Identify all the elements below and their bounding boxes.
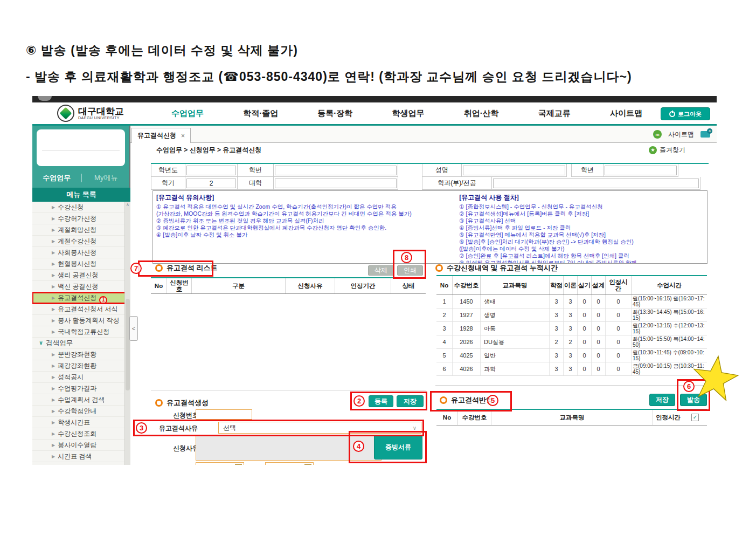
scroll-up-icon[interactable]: ∧ — [125, 202, 130, 208]
college-input[interactable] — [275, 179, 397, 188]
nav-item[interactable]: 학적·졸업 — [239, 108, 282, 119]
nav-item[interactable]: 등록·장학 — [313, 108, 357, 119]
column-header: 구분 — [192, 278, 286, 293]
apply-section-title: 유고결석반영 — [440, 395, 493, 405]
year-label: 학년도 — [151, 164, 185, 177]
table-row[interactable]: 3 1928 아동 3 3 0 0 0 월(12:00~13:15) 수(12:… — [436, 322, 707, 335]
sitemap-label[interactable]: 사이트맵 — [668, 130, 694, 139]
close-all-windows-icon[interactable] — [700, 131, 710, 138]
notice-line: ④ [발송]이후 날짜 수정 및 취소 불가 — [156, 231, 453, 238]
term-field-cell — [185, 177, 238, 190]
sidebar-menu-item[interactable]: ▶학생시간표 — [32, 417, 130, 428]
sidebar-collapse-handle[interactable]: < — [129, 316, 138, 341]
sidebar-tab-lecture[interactable]: 수업업무 — [32, 173, 81, 183]
register-button[interactable]: 등록 — [369, 395, 393, 407]
save-button[interactable]: 저장 — [397, 395, 424, 407]
sidebar-menu-item[interactable]: ▶수업평가결과 — [32, 383, 130, 394]
annotation-circle-4: 4 — [353, 441, 364, 452]
period-start-input[interactable] — [196, 462, 244, 465]
chevron-icon: ▶ — [52, 443, 55, 448]
calendar-icon[interactable] — [304, 464, 311, 465]
chevron-icon: ▶ — [52, 409, 55, 414]
year-input[interactable] — [186, 166, 236, 175]
sidebar-menu-item[interactable]: ▶봉사 활동계획서 작성 — [32, 315, 130, 326]
enroll-section-title: 수강신청내역 및 유고결석 누적시간 — [435, 263, 558, 273]
table-row[interactable]: 5 4025 일반 3 3 0 0 0 월(10:30~11:45) 수(09:… — [436, 349, 707, 362]
sitemap-icon[interactable]: m — [653, 130, 662, 139]
sidebar-item-label: 수강허가신청 — [58, 215, 96, 222]
period-end-input[interactable] — [265, 462, 314, 465]
sidebar-menu-item[interactable]: ▶생리 공결신청 — [32, 270, 130, 281]
grade-field-cell — [603, 164, 678, 177]
sidebar-menu-item[interactable]: ∨검색업무 — [32, 338, 130, 349]
login-info-box — [37, 129, 125, 166]
nav-item[interactable]: 국제교류 — [534, 108, 575, 119]
sidebar-menu-item[interactable]: ▶교과목개요(교과) — [32, 462, 130, 465]
sidebar-menu-item[interactable]: ▶성적공시 — [32, 372, 130, 383]
sidebar-menu-item[interactable]: ▶백신 공결신청 — [32, 281, 130, 292]
sidebar-menu-item[interactable]: ▶수강허가신청 — [32, 213, 130, 224]
sidebar-menu-item[interactable]: ▶수업계획서 검색 — [32, 394, 130, 406]
tab-close-icon[interactable]: × — [181, 132, 185, 140]
nav-item[interactable]: 학생업무 — [387, 108, 428, 119]
sidebar-menu-item[interactable]: ▶시간표 검색 — [32, 451, 130, 462]
delete-button[interactable]: 삭제 — [368, 265, 394, 276]
term-input[interactable] — [186, 179, 236, 188]
table-row[interactable]: 4 2026 DU실용 2 2 0 0 0 화(15:00~15:50) 목(1… — [436, 335, 707, 349]
cell-course-no: 1927 — [453, 308, 481, 321]
grade-input[interactable] — [605, 166, 677, 175]
calendar-icon[interactable] — [235, 464, 242, 465]
table-row[interactable]: 2 1927 생명 3 3 0 0 0 화(13:30~14:45) 목(15:… — [436, 308, 707, 322]
table-row[interactable]: 6 4026 과학 3 3 0 0 0 금(09:00~10:15) 금(10:… — [436, 362, 707, 376]
leaf-icon — [60, 107, 72, 120]
sidebar-menu-item[interactable]: ▶헌혈봉사신청 — [32, 258, 130, 270]
column-header: No — [436, 276, 453, 294]
column-header: 인정기간 — [335, 278, 391, 293]
notice-box: [유고결석 유의사항] ① 유고결석 적용은 대면수업 및 실시간 Zoom 수… — [152, 190, 708, 264]
apply-no-input[interactable] — [196, 409, 252, 420]
tab-absence-application[interactable]: 유고결석신청 × — [131, 128, 191, 143]
sidebar-menu-item[interactable]: ▶유고결석신청1 — [32, 292, 130, 304]
global-nav: 수업업무 학적·졸업 등록·장학 학생업무 취업·산학 국제교류 사이트맵 — [167, 102, 647, 124]
sidebar-menu-item[interactable]: ▶봉사이수열람 — [32, 440, 130, 451]
scrollbar-thumb[interactable] — [126, 299, 130, 390]
nav-item[interactable]: 사이트맵 — [606, 108, 647, 119]
apply-save-button[interactable]: 저장 — [649, 394, 675, 406]
university-logo[interactable]: 대구대학교 DAEGU UNIVERSITY — [57, 105, 124, 122]
sidebar-menu-item[interactable]: ▶분반강좌현황 — [32, 349, 130, 360]
favorite-control[interactable]: ★ 즐겨찾기 — [649, 143, 685, 157]
sidebar-tab-mymenu[interactable]: My메뉴 — [82, 173, 131, 183]
sidebar: 수업업무 My메뉴 메뉴 목록 ∧ ▶수강신청 — [32, 126, 130, 465]
chevron-icon: ▶ — [52, 375, 55, 380]
sidebar-item-label: 수강신청조회 — [58, 430, 96, 437]
chevron-icon: ▶ — [52, 205, 55, 210]
sidebar-menu-item[interactable]: ▶계절수강신청 — [32, 236, 130, 247]
reason-type-select[interactable]: 선택 ∨ — [218, 422, 421, 434]
sidebar-menu-item[interactable]: ▶국내학점교류신청 — [32, 326, 130, 338]
cell-design: 0 — [592, 308, 606, 321]
chevron-icon: ▶ — [52, 228, 55, 232]
dept-input[interactable] — [493, 179, 699, 188]
sidebar-menu-item[interactable]: ▶수강신청조회 — [32, 428, 130, 440]
student-id-input[interactable] — [275, 166, 397, 175]
name-input[interactable] — [463, 166, 565, 175]
table-row[interactable]: 1 1450 생태 3 3 0 0 0 월(15:00~16:15) 월(16:… — [436, 295, 707, 308]
logout-button[interactable]: 로그아웃 — [661, 107, 710, 120]
notice-line: ③ [유고결석사유] 선택 — [459, 217, 704, 224]
chevron-icon: ▶ — [52, 262, 55, 266]
sidebar-menu-item[interactable]: ▶수강신청 — [32, 202, 130, 213]
nav-item[interactable]: 수업업무 — [167, 108, 208, 119]
sidebar-menu-item[interactable]: ▶유고결석신청서 서식 — [32, 304, 130, 315]
column-header: 상태 — [391, 278, 426, 293]
sidebar-menu-item[interactable]: ▶수강학점안내 — [32, 406, 130, 417]
sidebar-menu-item[interactable]: ▶폐강강좌현황 — [32, 360, 130, 372]
select-all-checkbox[interactable]: ✓ — [691, 414, 699, 421]
sidebar-menu-item[interactable]: ▶계절희망신청 — [32, 224, 130, 236]
print-button[interactable]: 인쇄 — [397, 265, 423, 276]
instruction-line-1: ⑥ 발송 (발송 후에는 데이터 수정 및 삭제 불가) — [26, 42, 632, 59]
period-separator: ~ — [250, 463, 253, 465]
sidebar-menu-item[interactable]: ▶사회봉사신청 — [32, 247, 130, 258]
evidence-button[interactable]: 증빙서류 — [374, 435, 422, 459]
nav-item[interactable]: 취업·산학 — [460, 108, 503, 119]
annotation-circle-2: 2 — [353, 395, 365, 407]
